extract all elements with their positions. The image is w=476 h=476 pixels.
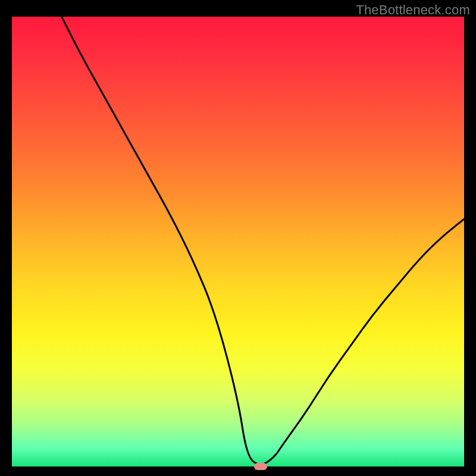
optimum-marker: [254, 463, 267, 470]
bottleneck-curve-path: [62, 17, 464, 464]
curve-svg: [12, 17, 464, 466]
chart-frame: TheBottleneck.com: [0, 0, 476, 476]
watermark-text: TheBottleneck.com: [356, 2, 470, 18]
plot-area: [12, 17, 464, 466]
